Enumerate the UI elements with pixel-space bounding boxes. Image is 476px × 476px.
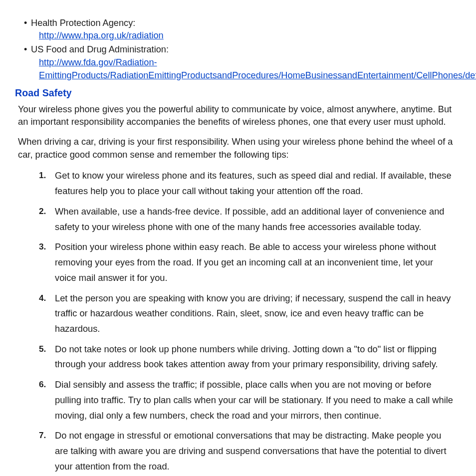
body-paragraph: Your wireless phone gives you the powerf… (18, 103, 460, 129)
bullet-label: Health Protection Agency: (31, 18, 135, 28)
list-item: Get to know your wireless phone and its … (42, 168, 453, 199)
section-heading: Road Safety (15, 87, 462, 99)
list-item: Let the person you are speaking with kno… (42, 291, 453, 337)
bullet-label: US Food and Drug Administration: (31, 44, 169, 54)
link-line: http://www.hpa.org.uk/radiation (31, 29, 462, 42)
list-item: Dial sensibly and assess the traffic; if… (42, 377, 453, 423)
list-item: Do not take notes or look up phone numbe… (42, 342, 453, 372)
reference-link[interactable]: http://www.fda.gov/Radiation-EmittingPro… (39, 57, 476, 80)
list-item: When available, use a hands-free device.… (42, 204, 453, 235)
tips-list: Get to know your wireless phone and its … (18, 168, 453, 474)
body-paragraph: When driving a car, driving is your firs… (18, 135, 460, 161)
list-item: Do not engage in stressful or emotional … (42, 428, 453, 474)
bullet-item: US Food and Drug Administration: http://… (31, 43, 462, 82)
bullet-item: Health Protection Agency: http://www.hpa… (31, 17, 462, 42)
list-item: Position your wireless phone within easy… (42, 239, 453, 285)
reference-bullets: Health Protection Agency: http://www.hpa… (18, 17, 462, 82)
link-line: http://www.fda.gov/Radiation-EmittingPro… (31, 56, 462, 82)
document-page: Health Protection Agency: http://www.hpa… (0, 0, 476, 476)
reference-link[interactable]: http://www.hpa.org.uk/radiation (39, 30, 164, 40)
